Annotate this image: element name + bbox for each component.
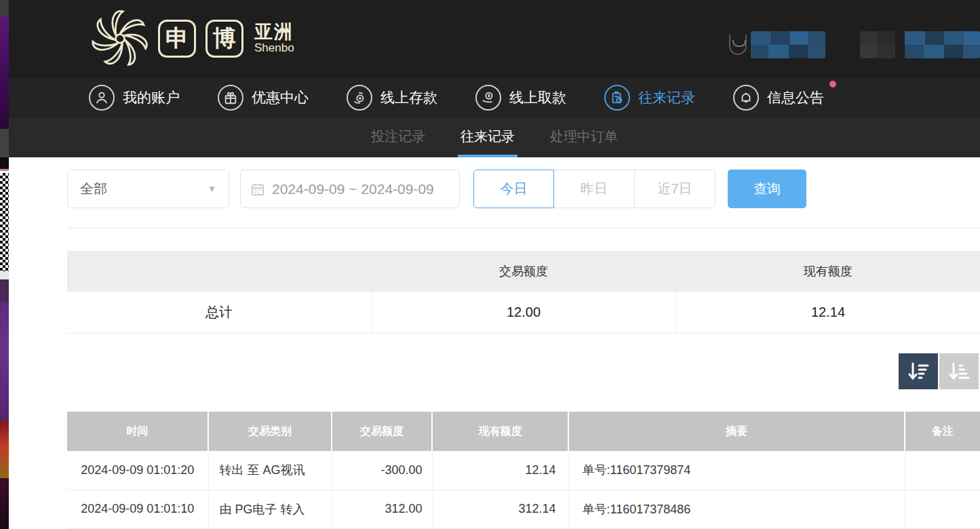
summary-table: 交易额度 现有额度 总计 12.00 12.14 (67, 251, 980, 334)
records-header-row: 时间 交易类别 交易额度 现有额度 摘要 备注 (67, 412, 980, 451)
brand-logo[interactable]: 申 博 亚洲 Shenbo (89, 5, 294, 71)
col-header-type: 交易类别 (208, 412, 332, 451)
filter-bar: 全部 ▼ 2024-09-09 ~ 2024-09-09 今日 昨日 近7日 查… (67, 170, 980, 208)
sort-ascending-icon (947, 361, 971, 383)
user-avatar-icon (729, 35, 747, 55)
col-header-summary: 摘要 (568, 412, 905, 451)
nav-label: 我的账户 (123, 88, 180, 107)
tab-pending-orders[interactable]: 处理中订单 (547, 118, 621, 157)
tab-transaction-records[interactable]: 往来记录 (458, 118, 517, 157)
records-icon (604, 85, 630, 111)
summary-total-label: 总计 (67, 292, 372, 333)
date-range-input[interactable]: 2024-09-09 ~ 2024-09-09 (240, 170, 460, 208)
nav-label: 往来记录 (638, 88, 695, 107)
records-table: 时间 交易类别 交易额度 现有额度 摘要 备注 2024-09-09 01:01… (67, 412, 980, 529)
sort-descending-button[interactable] (899, 353, 938, 389)
gift-icon (218, 85, 243, 111)
background-window-sliver (0, 0, 9, 529)
redacted-block (905, 31, 980, 58)
cell-remark (905, 451, 980, 490)
brand-latin: Shenbo (254, 42, 294, 54)
user-icon (89, 85, 115, 111)
transaction-records-page: 申 博 亚洲 Shenbo (0, 0, 980, 529)
cell-balance: 12.14 (432, 451, 568, 490)
col-header-remark: 备注 (905, 412, 980, 451)
nav-item-my-account[interactable]: 我的账户 (89, 85, 180, 111)
withdraw-icon (475, 85, 501, 111)
nav-item-withdraw[interactable]: 线上取款 (475, 85, 566, 111)
chevron-down-icon: ▼ (208, 184, 216, 194)
nav-label: 线上存款 (380, 88, 437, 107)
sort-descending-icon (907, 361, 930, 383)
nav-label: 信息公告 (767, 88, 824, 107)
quick-today-button[interactable]: 今日 (473, 170, 554, 208)
nav-label: 线上取款 (509, 88, 566, 107)
query-button[interactable]: 查询 (728, 170, 806, 208)
cell-summary: 单号:116017378486 (568, 490, 905, 528)
cell-type: 由 PG电子 转入 (208, 490, 332, 528)
record-tabs: 投注记录 往来记录 处理中订单 (9, 118, 980, 157)
category-selected-value: 全部 (80, 180, 107, 198)
section-divider (67, 228, 980, 229)
notification-badge (829, 81, 836, 87)
nav-item-records[interactable]: 往来记录 (604, 85, 695, 111)
deposit-icon (347, 85, 372, 111)
cell-amount: 312.00 (332, 490, 432, 528)
cell-type: 转出 至 AG视讯 (208, 451, 332, 490)
quick-yesterday-button[interactable]: 昨日 (554, 170, 635, 208)
cell-time: 2024-09-09 01:01:10 (67, 490, 208, 528)
category-select[interactable]: 全部 ▼ (67, 170, 229, 208)
col-header-balance: 现有额度 (432, 412, 568, 451)
bell-icon (733, 85, 759, 111)
logo-char-box-1: 申 (158, 20, 196, 58)
table-row: 2024-09-09 01:01:20 转出 至 AG视讯 -300.00 12… (67, 451, 980, 490)
cell-balance: 312.14 (432, 490, 568, 528)
cell-summary: 单号:116017379874 (568, 451, 905, 490)
date-range-value: 2024-09-09 ~ 2024-09-09 (272, 181, 434, 197)
nav-label: 优惠中心 (252, 88, 309, 107)
site-header: 申 博 亚洲 Shenbo (9, 0, 980, 77)
summary-trade-total: 12.00 (372, 292, 676, 333)
quick-date-group: 今日 昨日 近7日 (473, 170, 716, 208)
cell-amount: -300.00 (332, 451, 432, 490)
sort-ascending-button[interactable] (939, 353, 979, 389)
summary-header-trade: 交易额度 (372, 251, 676, 292)
col-header-time: 时间 (67, 412, 208, 451)
summary-header-balance: 现有额度 (675, 251, 980, 292)
user-balance-redacted (860, 28, 980, 61)
cell-remark (905, 490, 980, 528)
table-row: 2024-09-09 01:01:10 由 PG电子 转入 312.00 312… (67, 490, 980, 528)
tab-bet-records[interactable]: 投注记录 (368, 118, 428, 157)
cell-time: 2024-09-09 01:01:20 (67, 451, 208, 490)
sort-controls (899, 353, 979, 389)
redacted-block (751, 31, 825, 58)
calendar-icon (250, 182, 265, 197)
nav-item-deposit[interactable]: 线上存款 (347, 85, 437, 111)
flower-logo-icon (89, 7, 151, 70)
brand-region: 亚洲 (254, 22, 294, 41)
main-nav: 我的账户 优惠中心 线上存款 (9, 77, 980, 118)
logo-char-box-2: 博 (205, 20, 243, 58)
nav-item-announcements[interactable]: 信息公告 (733, 85, 824, 111)
quick-last7days-button[interactable]: 近7日 (635, 170, 716, 208)
col-header-amount: 交易额度 (332, 412, 432, 451)
summary-header-blank (67, 251, 372, 292)
user-name-redacted (729, 28, 825, 61)
nav-item-promotions[interactable]: 优惠中心 (218, 85, 309, 111)
redacted-block (860, 31, 895, 58)
summary-balance-total: 12.14 (676, 292, 980, 333)
